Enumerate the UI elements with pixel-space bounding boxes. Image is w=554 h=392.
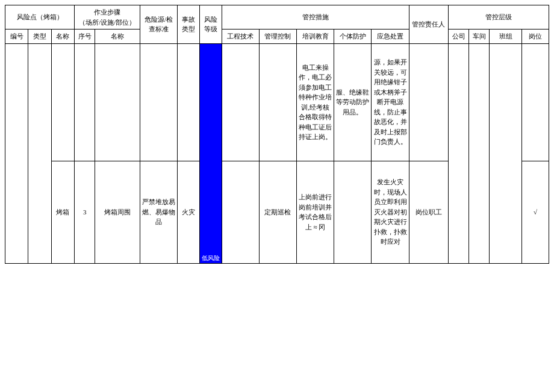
cell-stepname: 烤箱周围 [95,161,140,263]
cell-stepname [95,43,140,161]
table-row: 低风险 电工来操作，电工必须参加电工特种作业培训,经考核合格取得特种电工证后持证… [5,43,549,161]
cell-seq: 3 [75,161,95,263]
cell-team [490,43,522,263]
hdr-name: 名称 [51,30,74,44]
cell-hazard [140,43,177,161]
cell-emerg: 发生火灾时，现场人员立即利用灭火器对初期火灾进行扑救，扑救时应对 [372,161,409,263]
cell-eng [222,161,259,263]
cell-co [448,43,468,263]
hdr-emerg: 应急处置 [372,30,409,44]
cell-hazard: 严禁堆放易燃、易爆物品 [140,161,177,263]
cell-ws [469,43,490,263]
hdr-ppe: 个体防护 [334,30,372,44]
cell-seq [75,43,95,161]
hdr-mgmt: 管理控制 [259,30,296,44]
table-header: 风险点（烤箱） 作业步骤 （场所/设施/部位） 危险源/检查标准 事故类型 风险… [5,5,549,44]
hdr-riskpoint: 风险点（烤箱） [5,5,75,30]
hdr-train: 培训教育 [297,30,334,44]
hdr-team: 班组 [490,30,522,44]
cell-name [51,43,74,161]
cell-eng [222,43,259,161]
hdr-co: 公司 [448,30,468,44]
cell-resp: 岗位职工 [409,161,448,263]
cell-train: 上岗前进行岗前培训并考试合格后上 ≈ 冈 [297,161,334,263]
hdr-seq: 序号 [75,30,95,44]
cell-post [522,43,549,161]
cell-ppe [334,161,372,263]
cell-idx [5,43,28,263]
risklevel-label: 低风险 [200,255,221,263]
hdr-risklevel: 风险等级 [200,5,222,44]
cell-mgmt: 定期巡检 [259,161,296,263]
hdr-worksteps: 作业步骤 （场所/设施/部位） [75,5,140,30]
hdr-eng: 工程技术 [222,30,259,44]
hdr-ws: 车间 [469,30,490,44]
cell-type [28,43,51,263]
cell-name: 烤箱 [51,161,74,263]
cell-emerg: 源，如果开关较远，可用绝缘钳子或木柄斧子断开电源线，防止事故恶化，并及时上报部门… [372,43,409,161]
cell-accident: 火灾 [178,161,200,263]
cell-resp [409,43,448,161]
cell-mgmt [259,43,296,161]
hdr-post: 岗位 [522,30,549,44]
hdr-responsible: 管控责任人 [409,5,448,44]
hdr-hazard: 危险源/检查标准 [140,5,177,44]
hdr-accident: 事故类型 [178,5,200,44]
cell-train: 电工来操作，电工必须参加电工特种作业培训,经考核合格取得特种电工证后持证上岗。 [297,43,334,161]
hdr-measures: 管控措施 [222,5,409,30]
cell-accident [178,43,200,161]
hdr-stepname: 名称 [95,30,140,44]
cell-post: √ [522,161,549,263]
hdr-levels: 管控层级 [448,5,549,30]
cell-ppe: 服、绝缘鞋等劳动防护用品。 [334,43,372,161]
hdr-type: 类型 [28,30,51,44]
risk-control-table: 风险点（烤箱） 作业步骤 （场所/设施/部位） 危险源/检查标准 事故类型 风险… [5,5,549,264]
cell-risklevel: 低风险 [200,43,222,263]
hdr-idx: 编号 [5,30,28,44]
